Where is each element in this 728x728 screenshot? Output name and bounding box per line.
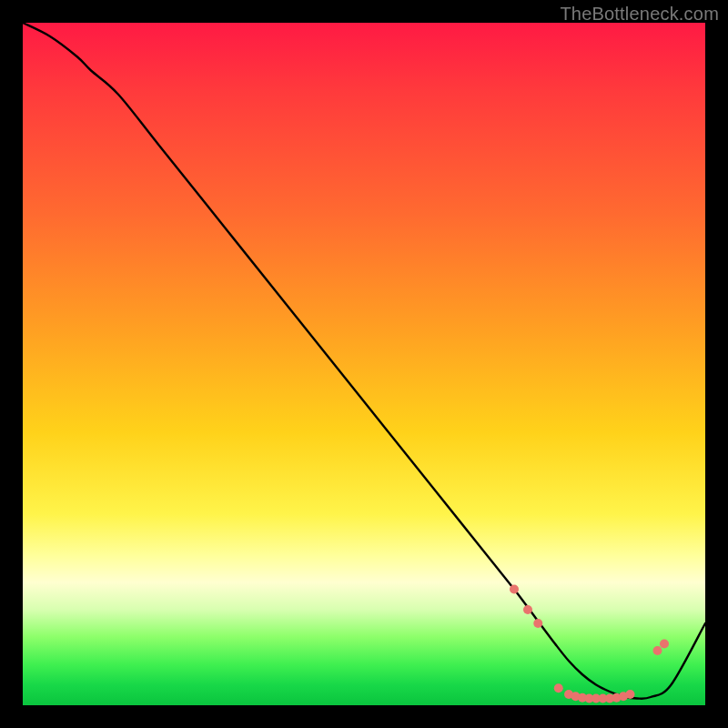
- highlight-dot: [554, 683, 563, 693]
- highlight-dots: [510, 585, 669, 703]
- highlight-dot: [533, 619, 542, 628]
- highlight-dot: [626, 690, 635, 699]
- highlight-dot: [510, 585, 519, 594]
- plot-area: [23, 23, 705, 705]
- watermark-label: TheBottleneck.com: [560, 4, 719, 25]
- highlight-dot: [653, 646, 662, 655]
- highlight-dot: [523, 605, 532, 614]
- curve-svg: [23, 23, 705, 705]
- highlight-dot: [660, 640, 669, 649]
- bottleneck-curve: [23, 23, 705, 699]
- chart-frame: TheBottleneck.com: [0, 0, 728, 728]
